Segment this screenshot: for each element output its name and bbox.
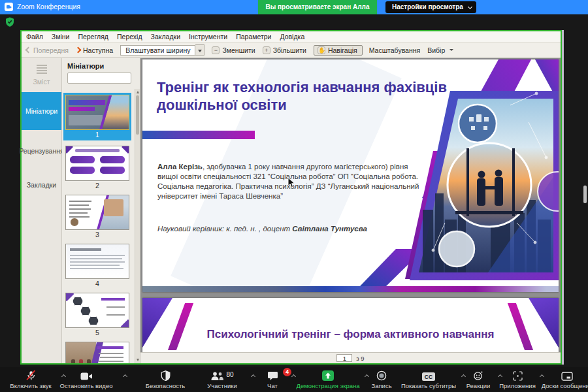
pdf-menubar: Файл Зміни Перегляд Перехід Закладки Інс…: [22, 31, 561, 42]
zoom-control-bar: Включить звук Остановить видео Безопасно…: [0, 367, 588, 392]
tech-circle: [459, 105, 497, 142]
thumbnail-preview-3: [65, 195, 129, 230]
thumbnail-number: 3: [65, 230, 129, 238]
scroll-up-icon[interactable]: [137, 91, 139, 93]
chevron-up-icon[interactable]: [251, 374, 255, 379]
security-button[interactable]: Безопасность: [139, 369, 192, 389]
whiteboards-button[interactable]: Доски сообщений: [541, 369, 588, 389]
menu-view[interactable]: Перегляд: [78, 33, 108, 41]
small-photo-circle: [439, 231, 474, 267]
captions-button[interactable]: CC Показать субтитры: [397, 369, 460, 389]
unmute-button[interactable]: Включить звук: [5, 369, 56, 389]
slide-page-1: Тренінг як технологія навчання фахівців …: [142, 59, 559, 292]
participants-icon: 80: [196, 369, 248, 381]
chevron-up-icon[interactable]: [123, 374, 127, 379]
menu-file[interactable]: Файл: [26, 33, 43, 41]
magenta-stripe-right: [508, 303, 533, 350]
slide-page-2: Психологічний тренінг – форма активного …: [142, 298, 559, 352]
page-area: Тренінг як технологія навчання фахівців …: [140, 58, 561, 352]
thumbnails-scrollbar[interactable]: [135, 89, 140, 363]
zoom-out-button[interactable]: − Зменшити: [212, 46, 255, 54]
zoom-logo-icon: [5, 3, 13, 11]
zoom-in-button[interactable]: + Збільшити: [263, 46, 306, 54]
thumbnails-list: 1 2 3: [62, 89, 135, 363]
thumbnails-search-input[interactable]: [67, 73, 131, 84]
page-total-label: з 9: [356, 355, 364, 362]
zoom-app-title: Zoom Конференция: [17, 3, 80, 10]
hand-tool-icon: ✋: [318, 46, 325, 54]
chat-button[interactable]: 4 Чат: [259, 369, 286, 389]
chevron-down-icon: [468, 5, 472, 9]
zoom-out-icon: −: [212, 46, 220, 54]
document-canvas: Тренінг як технологія навчання фахівців …: [140, 58, 561, 363]
thumbnail-number: 2: [65, 181, 129, 189]
viewing-screen-banner: Вы просматриваете экран Алла Керізь: [258, 0, 377, 14]
next-page-button[interactable]: Наступна: [76, 46, 113, 54]
cc-icon: CC: [397, 369, 460, 381]
navigation-button-pressed[interactable]: ✋ Навігація: [314, 45, 363, 56]
sidebar-tabstrip: Зміст Мініатюри Рецензування Закладки: [22, 58, 62, 363]
scrollbar-handle[interactable]: [136, 95, 139, 135]
participants-count: 80: [226, 371, 233, 378]
window-edge-strip: [562, 30, 564, 365]
slide1-supervisor-text: Науковий керівник: к. пед. н. , доцент С…: [157, 224, 376, 234]
shared-pdf-window: Файл Зміни Перегляд Перехід Закладки Інс…: [20, 30, 562, 365]
record-button[interactable]: Запись: [366, 369, 397, 389]
zoom-titlebar: Zoom Конференция Вы просматриваете экран…: [0, 0, 588, 14]
apps-button[interactable]: Приложения: [497, 369, 538, 389]
thumbnail-number: 1: [65, 130, 129, 139]
sidebar-tab-contents[interactable]: Зміст: [22, 58, 61, 86]
sidebar-tab-thumbnails[interactable]: Мініатюри: [22, 92, 61, 130]
scroll-down-icon[interactable]: [137, 359, 139, 361]
thumbnail-item[interactable]: 3: [65, 195, 129, 238]
slide1-bottom-band: [142, 286, 559, 292]
magenta-stripe-left: [168, 303, 193, 350]
menu-help[interactable]: Довідка: [280, 33, 304, 41]
arrow-right-icon: [75, 47, 82, 54]
menu-tools[interactable]: Інструменти: [189, 33, 227, 41]
sidebar-tab-bookmarks[interactable]: Закладки: [22, 168, 61, 202]
reactions-button[interactable]: Реакции: [461, 369, 495, 389]
select-tool-button[interactable]: Вибір: [427, 46, 453, 54]
view-settings-button[interactable]: Настройки просмотра: [385, 1, 476, 13]
menu-bookmarks[interactable]: Закладки: [151, 33, 180, 41]
dropdown-arrow-icon[interactable]: [195, 44, 204, 56]
current-page-input[interactable]: 1: [336, 354, 352, 362]
arrow-left-icon: [25, 47, 32, 54]
thumbnail-preview-5: [65, 293, 129, 328]
participants-button[interactable]: 80 Участники: [196, 369, 248, 389]
thumbnail-item[interactable]: 5: [65, 293, 129, 336]
thumbnail-item[interactable]: 6: [65, 342, 129, 363]
thumbnail-preview-6: [65, 342, 129, 363]
whiteboard-icon: [541, 369, 588, 381]
stop-video-button[interactable]: Остановить видео: [54, 369, 119, 389]
thumbnail-item[interactable]: 4: [65, 244, 129, 287]
chat-badge: 4: [283, 368, 291, 376]
menu-edit[interactable]: Зміни: [52, 33, 70, 41]
pdf-statusbar: 1 з 9: [140, 352, 561, 363]
thumbnail-item[interactable]: 2: [65, 146, 129, 189]
thumbnails-panel: Мініатюри 1 2: [62, 58, 140, 363]
security-shield-icon: [5, 17, 14, 27]
screen-share-button[interactable]: Демонстрация экрана: [293, 369, 363, 389]
menu-options[interactable]: Параметри: [236, 33, 271, 41]
side-panel-handle[interactable]: [583, 186, 587, 203]
thumbnail-preview-4: [65, 244, 129, 279]
sidebar-tab-review[interactable]: Рецензування: [22, 134, 61, 168]
thumbnails-header: Мініатюри: [62, 58, 140, 73]
mouse-cursor: [287, 177, 296, 188]
outline-icon: [22, 65, 61, 74]
scaling-button[interactable]: Масштабування: [369, 46, 421, 54]
prev-page-button[interactable]: Попередня: [26, 46, 69, 54]
thumbnail-preview-1: [65, 95, 129, 130]
screen-share-icon: [293, 369, 363, 381]
zoom-mode-select[interactable]: Влаштувати ширину: [120, 44, 204, 56]
thumbnail-item-selected[interactable]: 1: [63, 93, 131, 140]
apps-icon: [497, 369, 538, 381]
pdf-workspace: Зміст Мініатюри Рецензування Закладки Мі…: [22, 58, 561, 363]
thumbnail-number: 5: [65, 328, 129, 336]
chat-icon: 4: [259, 369, 286, 381]
mic-muted-icon: [5, 369, 56, 381]
slide1-photo-collage: [360, 59, 559, 286]
menu-go[interactable]: Перехід: [117, 33, 142, 41]
